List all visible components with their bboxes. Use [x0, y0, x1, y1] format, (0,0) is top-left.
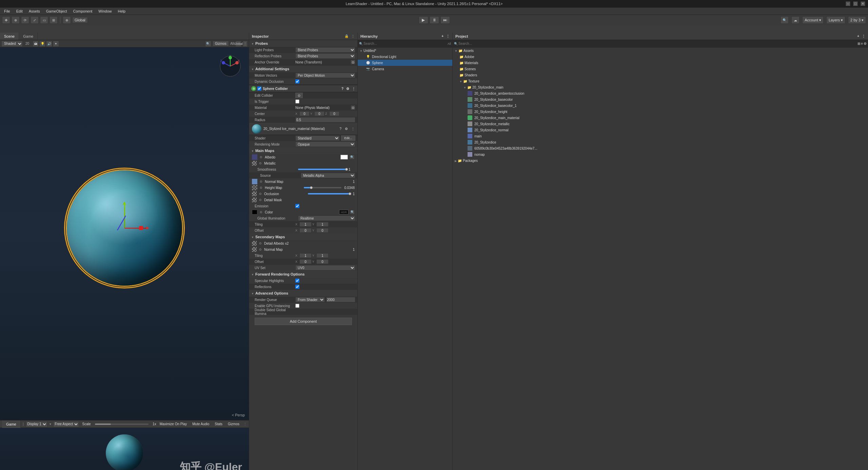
step-button[interactable]: ⏭ — [440, 16, 450, 24]
mat-settings-icon[interactable]: ⚙ — [345, 127, 348, 131]
menu-window[interactable]: Window — [96, 8, 114, 14]
project-materials[interactable]: 📁 Materials — [453, 60, 868, 66]
global-illum-select[interactable]: Realtime — [298, 215, 355, 221]
project-basecolor1[interactable]: 20_Stylizedice_basecolor_1 — [453, 102, 868, 109]
inspector-menu-icon[interactable]: ⋮ — [351, 34, 355, 38]
project-view-icon[interactable]: ≡ — [861, 42, 863, 45]
inspector-tab-label[interactable]: Inspector — [252, 34, 269, 38]
scene-menu-button[interactable]: ⋮ — [243, 41, 248, 47]
scale-tool-button[interactable]: ⤢ — [31, 16, 39, 24]
project-metallic[interactable]: 20_Stylizedice_metallic — [453, 121, 868, 127]
project-add-icon[interactable]: + — [857, 34, 859, 38]
scene-sound-button[interactable]: 🔊 — [46, 41, 52, 47]
scene-env-button[interactable]: Global — [235, 41, 241, 47]
menu-assets[interactable]: Assets — [26, 8, 43, 14]
gizmos-button[interactable]: Gizmos — [213, 41, 229, 46]
transform-tool-button[interactable]: ⊞ — [50, 16, 58, 24]
reflection-probes-select[interactable]: Blend Probes — [295, 53, 355, 59]
offset-y-input[interactable] — [316, 228, 329, 233]
display-select[interactable]: Display 1 — [26, 421, 47, 427]
advanced-options-header[interactable]: Advanced Options — [249, 290, 357, 297]
sec-offset-y-input[interactable] — [316, 259, 329, 264]
layout-dropdown[interactable]: 2 by 3 ▾ — [848, 16, 866, 24]
project-search-input[interactable] — [458, 42, 857, 45]
collab-button[interactable]: ☁ — [791, 16, 800, 24]
add-component-button[interactable]: Add Component — [255, 318, 352, 325]
collider-menu-icon[interactable]: ⋮ — [352, 87, 355, 91]
maximize-button[interactable]: □ — [853, 1, 858, 6]
emission-hdr-swatch[interactable]: HDR — [339, 210, 349, 214]
center-y-input[interactable] — [314, 111, 324, 116]
specular-highlights-checkbox[interactable] — [295, 279, 299, 283]
project-tab-label[interactable]: Project — [455, 34, 468, 38]
minimize-button[interactable]: – — [846, 1, 850, 6]
emission-checkbox[interactable] — [295, 204, 299, 208]
render-queue-source-select[interactable]: From Shader — [295, 297, 325, 302]
menu-gameobject[interactable]: GameObject — [43, 8, 70, 14]
hierarchy-menu-icon[interactable]: ⋮ — [446, 34, 450, 38]
enable-gpu-checkbox[interactable] — [295, 304, 299, 308]
pause-button[interactable]: ⏸ — [430, 16, 439, 24]
project-basecolor[interactable]: 20_Stylizedice_basecolor — [453, 96, 868, 102]
project-normal[interactable]: 20_Stylizedice_normal — [453, 127, 868, 133]
menu-component[interactable]: Component — [70, 8, 95, 14]
collider-enabled-checkbox[interactable] — [257, 87, 261, 91]
hierarchy-tab-label[interactable]: Hierarchy — [360, 34, 378, 38]
offset-x-input[interactable] — [299, 228, 312, 233]
light-probes-select[interactable]: Blend Probes — [295, 47, 355, 53]
project-nomap[interactable]: nomap — [453, 151, 868, 157]
hierarchy-camera-item[interactable]: 📷 Camera — [358, 66, 452, 72]
tiling-x-input[interactable] — [299, 222, 312, 227]
project-texture[interactable]: 📁 Texture — [453, 78, 868, 84]
tab-scene[interactable]: Scene — [0, 33, 19, 40]
move-tool-button[interactable]: ⊕ — [12, 16, 20, 24]
forward-rendering-header[interactable]: Forward Rendering Options — [249, 271, 357, 278]
scene-light-button[interactable]: 💡 — [39, 41, 45, 47]
stats-button[interactable]: Stats — [213, 422, 224, 426]
game-menu-btn[interactable]: ⋮ — [243, 422, 247, 426]
project-shaders[interactable]: 📁 Shaders — [453, 72, 868, 78]
menu-file[interactable]: File — [1, 8, 13, 14]
menu-help[interactable]: Help — [115, 8, 128, 14]
albedo-color-swatch[interactable] — [340, 155, 348, 159]
project-assets[interactable]: 📁 Assets — [453, 48, 868, 54]
maximize-on-play[interactable]: Maximize On Play — [158, 422, 189, 426]
height-map-slider[interactable] — [304, 187, 341, 188]
layers-dropdown[interactable]: Layers ▾ — [826, 16, 845, 24]
render-queue-input[interactable] — [326, 297, 356, 302]
radius-input[interactable] — [295, 117, 355, 123]
height-thumb[interactable] — [310, 186, 313, 189]
shading-mode-select[interactable]: Shaded — [1, 41, 23, 47]
hand-tool-button[interactable]: ✥ — [2, 16, 10, 24]
project-stylizedice-main[interactable]: 📁 20_Stylizedice_main — [453, 84, 868, 90]
tab-game[interactable]: Game — [2, 420, 21, 428]
project-sort-icon[interactable]: ⊞ — [857, 42, 860, 45]
rect-tool-button[interactable]: ▭ — [40, 16, 48, 24]
edit-collider-button[interactable]: ⊙ — [295, 93, 303, 98]
project-menu-icon[interactable]: ⋮ — [862, 34, 865, 38]
play-button[interactable]: ▶ — [419, 16, 428, 24]
smoothness-slider[interactable] — [298, 169, 347, 170]
search-button[interactable]: 🔍 — [781, 16, 789, 24]
sec-tiling-x-input[interactable] — [299, 253, 312, 258]
mat-menu-icon[interactable]: ⋮ — [351, 127, 355, 131]
inspector-lock-icon[interactable]: 🔒 — [344, 34, 349, 38]
project-main-mat[interactable]: 20_Stylizedice_main_material — [453, 115, 868, 121]
pivot-button[interactable]: ⊕ — [63, 16, 71, 24]
account-dropdown[interactable]: Account ▾ — [802, 16, 824, 24]
scale-slider[interactable] — [95, 424, 149, 425]
emission-eyedropper[interactable]: 🔍 — [350, 210, 355, 214]
center-z-input[interactable] — [329, 111, 339, 116]
project-height[interactable]: 20_Stylizedice_height — [453, 109, 868, 115]
material-pick-button[interactable]: ⊙ — [351, 105, 355, 110]
hierarchy-add-icon[interactable]: + — [441, 34, 443, 38]
hierarchy-directional-light[interactable]: 💡 Directional Light — [358, 54, 452, 60]
project-adobe[interactable]: 📁 Adobe — [453, 54, 868, 60]
is-trigger-checkbox[interactable] — [295, 99, 299, 104]
reflections-checkbox[interactable] — [295, 285, 299, 289]
rotate-tool-button[interactable]: ⟳ — [21, 16, 29, 24]
motion-vectors-select[interactable]: Per Object Motion — [295, 73, 355, 78]
main-maps-header[interactable]: Main Maps — [249, 147, 357, 154]
tiling-y-input[interactable] — [316, 222, 329, 227]
menu-edit[interactable]: Edit — [14, 8, 25, 14]
